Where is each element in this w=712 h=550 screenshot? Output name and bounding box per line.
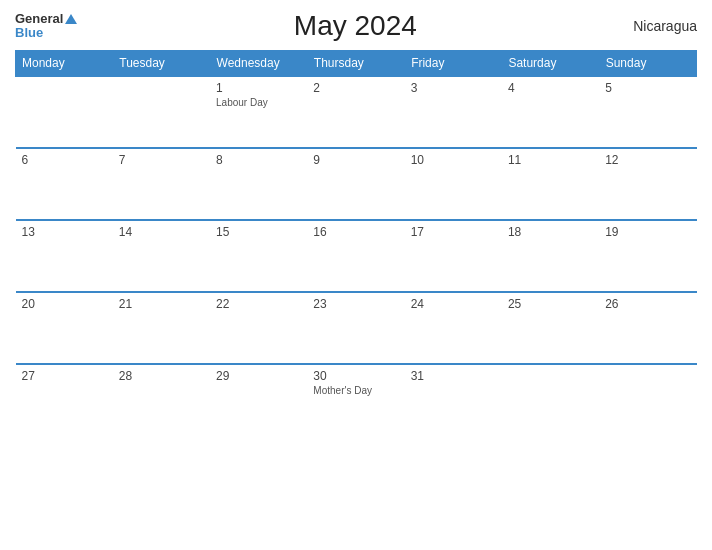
day-number: 24 [411, 297, 496, 311]
day-cell: 3 [405, 76, 502, 148]
day-cell: 7 [113, 148, 210, 220]
day-number: 26 [605, 297, 690, 311]
day-number: 9 [313, 153, 398, 167]
day-number: 30 [313, 369, 398, 383]
header: General Blue May 2024 Nicaragua [15, 10, 697, 42]
day-cell: 19 [599, 220, 696, 292]
day-event: Mother's Day [313, 385, 398, 396]
day-cell: 21 [113, 292, 210, 364]
day-cell: 15 [210, 220, 307, 292]
day-cell: 27 [16, 364, 113, 436]
day-cell: 31 [405, 364, 502, 436]
day-cell [502, 364, 599, 436]
day-number: 21 [119, 297, 204, 311]
day-event: Labour Day [216, 97, 301, 108]
day-number: 28 [119, 369, 204, 383]
day-cell: 14 [113, 220, 210, 292]
day-number: 25 [508, 297, 593, 311]
day-cell: 5 [599, 76, 696, 148]
day-cell: 12 [599, 148, 696, 220]
day-cell: 30Mother's Day [307, 364, 404, 436]
week-row-1: 1Labour Day2345 [16, 76, 697, 148]
col-header-sunday: Sunday [599, 51, 696, 77]
day-number: 11 [508, 153, 593, 167]
day-cell [113, 76, 210, 148]
day-number: 5 [605, 81, 690, 95]
logo: General Blue [15, 12, 77, 41]
day-cell: 4 [502, 76, 599, 148]
day-number: 3 [411, 81, 496, 95]
day-cell: 25 [502, 292, 599, 364]
day-number: 23 [313, 297, 398, 311]
column-header-row: MondayTuesdayWednesdayThursdayFridaySatu… [16, 51, 697, 77]
logo-triangle-icon [65, 14, 77, 24]
week-row-2: 6789101112 [16, 148, 697, 220]
day-number: 4 [508, 81, 593, 95]
day-cell: 26 [599, 292, 696, 364]
day-number: 27 [22, 369, 107, 383]
day-cell: 22 [210, 292, 307, 364]
day-number: 10 [411, 153, 496, 167]
day-cell: 17 [405, 220, 502, 292]
day-cell: 29 [210, 364, 307, 436]
day-cell: 13 [16, 220, 113, 292]
day-number: 17 [411, 225, 496, 239]
day-number: 1 [216, 81, 301, 95]
day-cell [16, 76, 113, 148]
day-cell: 10 [405, 148, 502, 220]
day-cell: 6 [16, 148, 113, 220]
day-number: 14 [119, 225, 204, 239]
day-number: 18 [508, 225, 593, 239]
day-number: 19 [605, 225, 690, 239]
day-cell: 18 [502, 220, 599, 292]
day-cell: 23 [307, 292, 404, 364]
day-cell: 2 [307, 76, 404, 148]
day-number: 22 [216, 297, 301, 311]
day-number: 31 [411, 369, 496, 383]
day-number: 8 [216, 153, 301, 167]
country-label: Nicaragua [633, 18, 697, 34]
week-row-3: 13141516171819 [16, 220, 697, 292]
calendar-header: MondayTuesdayWednesdayThursdayFridaySatu… [16, 51, 697, 77]
day-number: 7 [119, 153, 204, 167]
day-number: 16 [313, 225, 398, 239]
week-row-4: 20212223242526 [16, 292, 697, 364]
day-cell: 28 [113, 364, 210, 436]
col-header-tuesday: Tuesday [113, 51, 210, 77]
day-cell: 8 [210, 148, 307, 220]
calendar-body: 1Labour Day23456789101112131415161718192… [16, 76, 697, 436]
col-header-wednesday: Wednesday [210, 51, 307, 77]
day-number: 29 [216, 369, 301, 383]
day-number: 12 [605, 153, 690, 167]
calendar-container: General Blue May 2024 Nicaragua MondayTu… [0, 0, 712, 550]
day-number: 13 [22, 225, 107, 239]
day-cell: 11 [502, 148, 599, 220]
day-cell: 16 [307, 220, 404, 292]
col-header-friday: Friday [405, 51, 502, 77]
calendar-table: MondayTuesdayWednesdayThursdayFridaySatu… [15, 50, 697, 436]
day-number: 15 [216, 225, 301, 239]
day-number: 2 [313, 81, 398, 95]
day-cell [599, 364, 696, 436]
col-header-thursday: Thursday [307, 51, 404, 77]
col-header-saturday: Saturday [502, 51, 599, 77]
col-header-monday: Monday [16, 51, 113, 77]
logo-blue: Blue [15, 26, 43, 40]
week-row-5: 27282930Mother's Day31 [16, 364, 697, 436]
day-cell: 1Labour Day [210, 76, 307, 148]
calendar-title: May 2024 [294, 10, 417, 42]
day-number: 20 [22, 297, 107, 311]
day-cell: 9 [307, 148, 404, 220]
day-cell: 20 [16, 292, 113, 364]
logo-general: General [15, 12, 77, 26]
day-number: 6 [22, 153, 107, 167]
day-cell: 24 [405, 292, 502, 364]
